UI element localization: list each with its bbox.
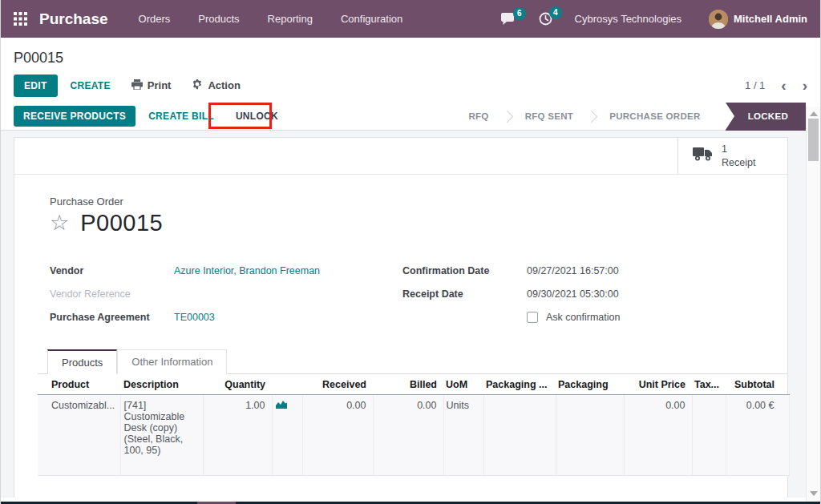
subtotal-cell: 0.00 € <box>726 395 789 476</box>
create-button[interactable]: CREATE <box>71 75 111 97</box>
messages-badge: 6 <box>513 7 526 20</box>
menu-orders[interactable]: Orders <box>139 13 171 25</box>
packaging-cell[interactable] <box>556 395 624 476</box>
tab-bar: Products Other Information <box>38 349 787 374</box>
menu-reporting[interactable]: Reporting <box>268 13 313 25</box>
stage-separator-icon <box>585 110 598 123</box>
table-header-row: Product Description Quantity Received Bi… <box>38 374 789 395</box>
pager-value: 1 / 1 <box>745 79 765 91</box>
breadcrumb-row: P00015 <box>1 38 820 68</box>
vendor-reference-label: Vendor Reference <box>50 288 174 300</box>
packaging-qty-cell[interactable] <box>483 395 556 476</box>
scrollbar-thumb[interactable] <box>808 119 819 161</box>
pager-previous-icon[interactable]: ‹ <box>781 78 786 93</box>
receipt-smart-button[interactable]: 1 Receipt <box>677 138 787 174</box>
top-nav: Purchase Orders Products Reporting Confi… <box>1 0 820 38</box>
quantity-column-header[interactable]: Quantity <box>203 374 272 395</box>
order-number: P00015 <box>80 210 163 236</box>
pager: 1 / 1 ‹ › <box>745 78 807 93</box>
status-pipeline: RFQ RFQ SENT PURCHASE ORDER LOCKED <box>456 103 806 130</box>
favorite-star-icon[interactable]: ☆ <box>50 212 69 234</box>
receive-products-button[interactable]: RECEIVE PRODUCTS <box>14 106 135 127</box>
user-avatar[interactable] <box>709 10 728 29</box>
description-column-header[interactable]: Description <box>120 374 203 395</box>
vertical-scrollbar[interactable] <box>806 107 820 502</box>
menu-products[interactable]: Products <box>198 13 239 25</box>
scroll-up-icon[interactable] <box>810 111 818 116</box>
notebook: Products Other Information <box>38 349 787 476</box>
activities-badge: 4 <box>549 6 562 19</box>
form-sheet: 1 Receipt Purchase Order ☆ P00015 Vendor… <box>14 137 788 498</box>
forecast-chart-icon[interactable] <box>275 401 288 412</box>
billed-cell[interactable]: 0.00 <box>373 395 443 476</box>
forecast-column-header <box>272 374 302 395</box>
nav-right: 6 4 Cybrosys Technologies Mitchell Admin <box>501 10 807 29</box>
smart-button-strip: 1 Receipt <box>14 138 787 175</box>
printer-icon <box>131 79 143 92</box>
form-body: Purchase Order ☆ P00015 Vendor Azure Int… <box>14 175 787 476</box>
unlock-button[interactable]: UNLOCK <box>236 111 278 122</box>
uom-column-header[interactable]: UoM <box>443 374 483 395</box>
order-line-row[interactable]: Customizabl... [741] Customizable Desk (… <box>38 395 789 476</box>
messages-icon[interactable]: 6 <box>501 13 516 26</box>
product-cell[interactable]: Customizabl... <box>49 395 120 476</box>
main-menu: Orders Products Reporting Configuration <box>139 13 431 25</box>
action-label: Action <box>208 79 240 91</box>
breadcrumb[interactable]: P00015 <box>14 50 63 66</box>
action-button[interactable]: Action <box>192 79 240 92</box>
confirmation-date-value: 09/27/2021 16:57:00 <box>527 265 619 276</box>
description-cell[interactable]: [741] Customizable Desk (copy) (Steel, B… <box>120 395 203 476</box>
quantity-cell[interactable]: 1.00 <box>203 395 272 476</box>
field-groups: Vendor Azure Interior, Brandon Freeman V… <box>50 259 768 329</box>
gear-icon <box>192 79 203 92</box>
handle-column-header <box>38 374 49 395</box>
receipt-count: 1 <box>722 143 755 155</box>
row-handle-cell <box>38 395 49 476</box>
print-button[interactable]: Print <box>131 79 172 92</box>
company-switcher[interactable]: Cybrosys Technologies <box>575 13 681 25</box>
unit-price-cell[interactable]: 0.00 <box>624 395 692 476</box>
uom-cell[interactable]: Units <box>443 395 483 476</box>
vendor-value[interactable]: Azure Interior, Brandon Freeman <box>174 265 320 276</box>
order-lines-table: Product Description Quantity Received Bi… <box>38 374 790 476</box>
activities-icon[interactable]: 4 <box>539 12 552 26</box>
packaging-qty-column-header[interactable]: Packaging ... <box>483 374 556 395</box>
apps-grid-icon[interactable] <box>14 12 27 26</box>
stage-purchase-order[interactable]: PURCHASE ORDER <box>597 111 712 121</box>
receipt-date-label: Receipt Date <box>402 288 527 300</box>
stage-locked[interactable]: LOCKED <box>726 103 806 131</box>
purchase-order-screen: Purchase Orders Products Reporting Confi… <box>0 0 821 504</box>
ask-confirmation-checkbox[interactable] <box>527 312 538 323</box>
edit-button[interactable]: EDIT <box>14 75 58 97</box>
pager-next-icon[interactable]: › <box>803 78 807 93</box>
stage-rfq[interactable]: RFQ <box>456 111 500 121</box>
taxes-cell[interactable] <box>692 395 726 476</box>
received-column-header[interactable]: Received <box>302 374 373 395</box>
taxes-column-header[interactable]: Tax... <box>692 374 726 395</box>
vendor-label: Vendor <box>50 265 174 276</box>
menu-configuration[interactable]: Configuration <box>341 13 402 25</box>
billed-column-header[interactable]: Billed <box>373 374 443 395</box>
product-column-header[interactable]: Product <box>49 374 120 395</box>
received-cell[interactable]: 0.00 <box>302 395 373 476</box>
scroll-down-icon[interactable] <box>810 491 818 496</box>
stage-rfq-sent[interactable]: RFQ SENT <box>513 111 586 121</box>
unit-price-column-header[interactable]: Unit Price <box>624 374 692 395</box>
receipt-date-value: 09/30/2021 05:30:00 <box>527 288 619 300</box>
status-bar: RECEIVE PRODUCTS CREATE BILL UNLOCK RFQ … <box>1 103 820 131</box>
user-menu[interactable]: Mitchell Admin <box>734 13 807 25</box>
app-name[interactable]: Purchase <box>39 10 108 28</box>
control-panel: EDIT CREATE Print Action 1 / 1 ‹ › <box>1 68 820 103</box>
packaging-column-header[interactable]: Packaging <box>556 374 624 395</box>
purchase-agreement-value[interactable]: TE00003 <box>174 312 215 323</box>
truck-icon <box>693 147 714 165</box>
tab-other-information[interactable]: Other Information <box>117 349 227 374</box>
subtotal-column-header[interactable]: Subtotal <box>726 374 789 395</box>
receipt-label: Receipt <box>722 156 755 169</box>
tab-products[interactable]: Products <box>47 349 117 374</box>
forecast-cell[interactable] <box>272 395 302 476</box>
print-label: Print <box>148 79 172 91</box>
stage-separator-icon <box>500 110 513 123</box>
ask-confirmation-label: Ask confirmation <box>546 312 620 323</box>
create-bill-button[interactable]: CREATE BILL <box>148 105 214 127</box>
